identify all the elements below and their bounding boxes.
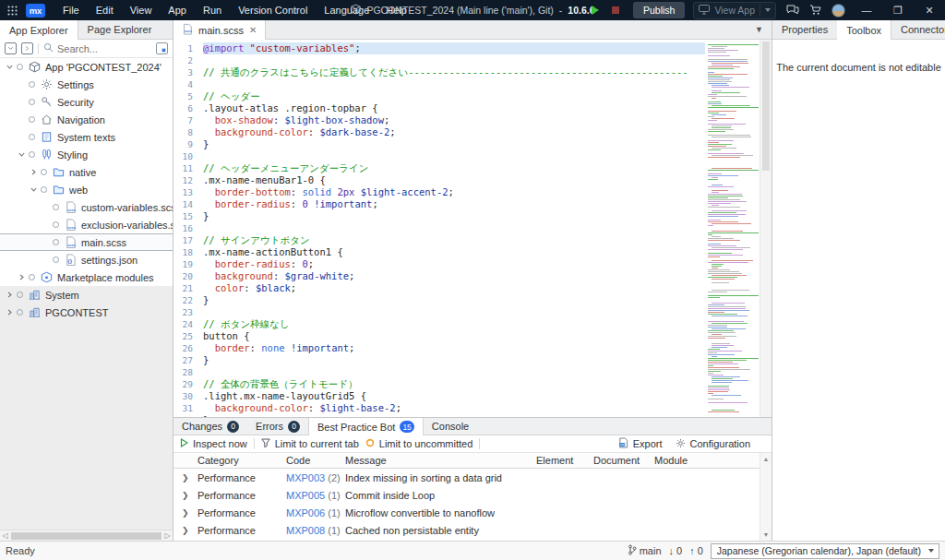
scroll-left-icon[interactable]: ◁: [0, 530, 10, 542]
table-header-row[interactable]: CategoryCodeMessageElementDocumentModule: [173, 453, 772, 469]
editor-tab-main-scss[interactable]: scss main.scss ✕: [173, 20, 266, 40]
tree-item-custom-variables-scss[interactable]: scsscustom-variables.scss: [0, 198, 173, 216]
tab-app-explorer[interactable]: App Explorer: [0, 20, 78, 40]
scroll-down-icon[interactable]: ▼: [760, 531, 772, 538]
column-header-module[interactable]: Module: [654, 455, 760, 466]
code-line-18[interactable]: 18.mx-name-actionButton1 {: [173, 246, 705, 258]
column-header-element[interactable]: Element: [536, 455, 593, 466]
chevron-expanded-icon[interactable]: [16, 150, 27, 159]
column-header-message[interactable]: Message: [345, 455, 536, 466]
code-editor[interactable]: 1@import "custom-variables";23// 共通のクラスは…: [173, 40, 772, 418]
code-line-26[interactable]: 26 border: none !important;: [173, 342, 705, 354]
chevron-expanded-icon[interactable]: [28, 185, 39, 194]
search-input[interactable]: [57, 43, 151, 54]
tree-item-styling[interactable]: Styling: [0, 146, 173, 163]
column-header-document[interactable]: Document: [593, 455, 654, 466]
rule-code-link[interactable]: MXP005: [286, 490, 325, 501]
code-line-31[interactable]: 31 background-color: $light-base-2;: [173, 402, 705, 414]
view-app-dropdown-icon[interactable]: [765, 8, 771, 12]
code-line-1[interactable]: 1@import "custom-variables";: [173, 42, 705, 54]
scrollbar-thumb[interactable]: [11, 532, 161, 540]
code-line-15[interactable]: 15}: [173, 210, 705, 222]
table-row[interactable]: ❯PerformanceMXP008 (1)Cached non persist…: [173, 521, 772, 539]
bottom-tab-console[interactable]: Console: [424, 418, 477, 435]
user-avatar[interactable]: [831, 4, 845, 18]
code-line-14[interactable]: 14 border-radius: 0 !important;: [173, 198, 705, 210]
language-selector[interactable]: Japanese (Gregorian calendar), Japan (de…: [711, 543, 939, 559]
tab-toolbox[interactable]: Toolbox: [837, 20, 891, 40]
app-launcher-icon[interactable]: [7, 6, 18, 16]
rule-code-link[interactable]: MXP008: [286, 525, 325, 536]
stop-button[interactable]: [607, 4, 624, 18]
row-expand-icon[interactable]: ❯: [173, 508, 197, 518]
expand-all-icon[interactable]: [21, 42, 33, 54]
close-button[interactable]: ✕: [919, 5, 939, 17]
menu-run[interactable]: Run: [195, 5, 230, 16]
code-line-28[interactable]: 28: [173, 366, 705, 378]
code-line-16[interactable]: 16: [173, 222, 705, 234]
code-line-23[interactable]: 23: [173, 306, 705, 318]
tree-item-pgcontest[interactable]: PGCONTEST: [0, 304, 173, 321]
bottom-tab-changes[interactable]: Changes0: [173, 418, 247, 435]
code-line-2[interactable]: 2: [173, 54, 705, 66]
table-vertical-scrollbar[interactable]: ▲ ▼: [760, 453, 772, 541]
code-line-32[interactable]: 32}: [173, 414, 705, 418]
export-button[interactable]: csv Export: [618, 437, 663, 450]
table-row[interactable]: ❯PerformanceMXP005 (1)Commit inside Loop: [173, 486, 772, 504]
row-expand-icon[interactable]: ❯: [173, 473, 197, 483]
bottom-tab-best-practice-bot[interactable]: Best Practice Bot15: [308, 418, 424, 435]
limit-current-tab-toggle[interactable]: Limit to current tab: [261, 438, 359, 449]
scroll-right-icon[interactable]: ▷: [162, 530, 173, 542]
menu-file[interactable]: File: [54, 5, 88, 16]
chevron-collapsed-icon[interactable]: [4, 291, 15, 299]
tree-item-system[interactable]: System: [0, 286, 173, 304]
incoming-commits[interactable]: ↓ 0: [669, 545, 683, 556]
tree-item-app-pgcontest-2024[interactable]: App 'PGCONTEST_2024': [0, 58, 173, 76]
configuration-button[interactable]: Configuration: [676, 438, 750, 450]
column-header-category[interactable]: Category: [197, 455, 286, 466]
publish-button[interactable]: Publish: [633, 2, 685, 18]
code-line-19[interactable]: 19 border-radius: 0;: [173, 258, 705, 270]
menu-version-control[interactable]: Version Control: [230, 5, 316, 16]
code-line-27[interactable]: 27}: [173, 354, 705, 366]
code-line-30[interactable]: 30.light.mx-name-layoutGrid5 {: [173, 390, 705, 402]
code-line-22[interactable]: 22}: [173, 294, 705, 306]
tree-item-main-scss[interactable]: scssmain.scss: [0, 233, 173, 251]
row-expand-icon[interactable]: ❯: [173, 491, 197, 500]
chevron-collapsed-icon[interactable]: [4, 308, 15, 316]
limit-uncommitted-toggle[interactable]: Limit to uncommitted: [365, 438, 472, 449]
tab-page-explorer[interactable]: Page Explorer: [78, 20, 161, 39]
tab-properties[interactable]: Properties: [772, 20, 837, 39]
table-row[interactable]: ❯PerformanceMXP006 (1)Microflow converti…: [173, 504, 772, 521]
outgoing-commits[interactable]: ↑ 0: [689, 545, 703, 556]
tree-item-web[interactable]: web: [0, 181, 173, 198]
tab-connector[interactable]: Connector: [891, 20, 945, 39]
mendix-logo[interactable]: mx: [26, 4, 45, 18]
rule-code-link[interactable]: MXP003: [286, 472, 325, 483]
editor-tab-overflow-button[interactable]: ▼: [747, 20, 772, 39]
tree-item-settings-json[interactable]: {}settings.json: [0, 251, 173, 268]
tree-item-system-texts[interactable]: System texts: [0, 128, 173, 146]
code-line-17[interactable]: 17// サインアウトボタン: [173, 234, 705, 246]
scrollbar-thumb[interactable]: [762, 42, 770, 171]
editor-minimap[interactable]: [706, 42, 760, 415]
chevron-collapsed-icon[interactable]: [16, 273, 27, 281]
code-line-13[interactable]: 13 border-bottom: solid 2px $light-accen…: [173, 186, 705, 198]
rule-code-link[interactable]: MXP006: [286, 507, 325, 518]
code-line-25[interactable]: 25button {: [173, 330, 705, 342]
marketplace-cart-icon[interactable]: [809, 5, 821, 16]
collapse-all-icon[interactable]: [5, 42, 17, 54]
table-row[interactable]: ❯PerformanceMXP003 (2)Index missing in s…: [173, 469, 772, 486]
code-line-6[interactable]: 6.layout-atlas .region-topbar {: [173, 102, 705, 114]
code-line-21[interactable]: 21 color: $black;: [173, 282, 705, 294]
locate-document-icon[interactable]: [156, 42, 168, 54]
code-line-5[interactable]: 5// ヘッダー: [173, 90, 705, 102]
row-expand-icon[interactable]: ❯: [173, 526, 197, 535]
code-line-3[interactable]: 3// 共通のクラスはこちらに定義してください-----------------…: [173, 66, 705, 78]
view-app-button[interactable]: View App: [693, 2, 776, 19]
code-line-10[interactable]: 10: [173, 150, 705, 162]
tree-item-native[interactable]: native: [0, 163, 173, 181]
code-line-12[interactable]: 12.mx-name-menuBar1-0 {: [173, 174, 705, 186]
git-branch-indicator[interactable]: main: [628, 544, 662, 557]
tree-item-navigation[interactable]: Navigation: [0, 111, 173, 128]
